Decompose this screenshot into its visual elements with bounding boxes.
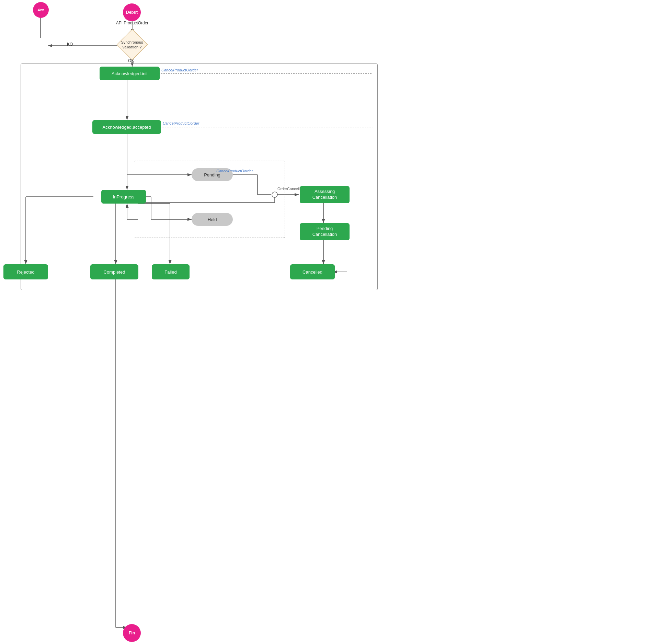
cancel-label-3: CancelProductOorder [216,169,253,173]
ok-label: OK [128,58,134,63]
sync-label-line1: Synchronous [121,40,143,44]
fin-node: Fin [123,624,141,642]
held-node: Held [192,213,233,226]
inprogress-node: InProgress [101,190,146,204]
error-4xx-node: 4xx [33,2,49,18]
pending-cancellation-node: Pending Cancellation [300,223,350,240]
failed-node: Failed [152,264,190,279]
sync-label-line2: validation ? [123,45,142,49]
assessing-cancellation-node: Assessing Cancellation [300,186,350,203]
completed-node: Completed [90,264,138,279]
cancel-label-2: CancelProductOorder [163,121,199,125]
diagram-container: { "nodes": { "debut": { "label": "Début"… [0,0,662,644]
ko-label: KO [67,42,73,47]
acknowledged-init-node: Acknowledged.init [100,67,160,80]
api-product-order-label: API ProductOrder [115,21,149,25]
diamond-sync: Synchronous validation ? [114,31,150,58]
rejected-node: Rejected [3,264,48,279]
cancelled-node: Cancelled [290,264,335,279]
debut-node: Début [123,3,141,21]
acknowledged-accepted-node: Acknowledged.accepted [92,120,161,134]
cancel-label-1: CancelProductOorder [161,68,198,72]
